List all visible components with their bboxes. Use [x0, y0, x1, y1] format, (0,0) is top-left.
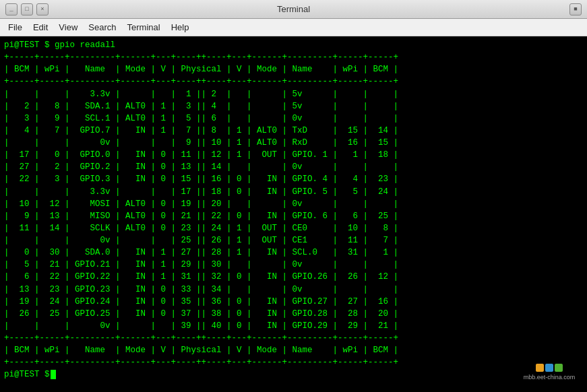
menu-view[interactable]: View: [53, 21, 83, 34]
maximize-button[interactable]: ■: [569, 3, 582, 15]
close-button[interactable]: ×: [36, 3, 49, 15]
prompt-line: pi@TEST $: [4, 368, 583, 381]
terminal-area[interactable]: pi@TEST $ gpio readall +-----+-----+----…: [0, 36, 587, 392]
wm-square-1: [536, 364, 544, 372]
menu-file[interactable]: File: [3, 21, 28, 34]
minimize-button[interactable]: _: [5, 3, 18, 15]
window-controls[interactable]: _ □ ×: [5, 3, 49, 15]
wm-square-2: [545, 364, 553, 372]
watermark-text: mbb.eet-china.com: [524, 373, 576, 382]
menu-edit[interactable]: Edit: [28, 21, 53, 34]
wm-square-3: [555, 364, 563, 372]
watermark: mbb.eet-china.com: [518, 361, 580, 385]
menu-bar: File Edit View Search Terminal Help: [0, 19, 587, 36]
menu-terminal[interactable]: Terminal: [122, 21, 166, 34]
watermark-logo: [536, 364, 563, 372]
restore-button[interactable]: □: [21, 3, 33, 15]
menu-search[interactable]: Search: [83, 21, 121, 34]
menu-help[interactable]: Help: [166, 21, 195, 34]
command-line: pi@TEST $ gpio readall: [4, 39, 583, 51]
gpio-table: +-----+-----+---------+------+---+----++…: [4, 51, 583, 368]
prompt-text: pi@TEST $: [4, 368, 50, 381]
title-bar: _ □ × Terminal ■: [0, 0, 587, 19]
watermark-image: mbb.eet-china.com: [522, 363, 576, 383]
window-title: Terminal: [277, 4, 310, 14]
cursor: [51, 370, 56, 379]
